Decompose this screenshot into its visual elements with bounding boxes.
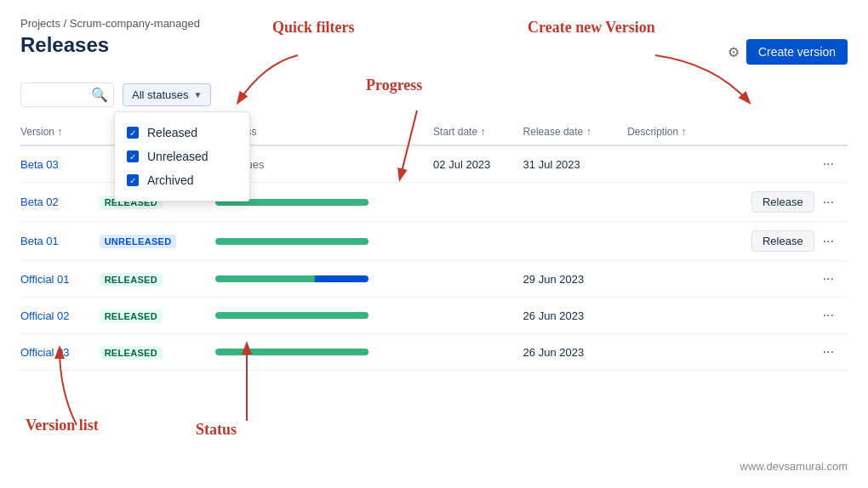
version-link[interactable]: Official 02	[20, 309, 70, 322]
progress-bar	[215, 349, 368, 355]
more-button[interactable]: ···	[819, 232, 837, 251]
release-button[interactable]: Release	[751, 191, 814, 213]
col-description[interactable]: Description ↑	[627, 119, 719, 145]
search-input[interactable]	[28, 88, 88, 101]
filter-dropdown-menu: Released Unreleased Archived	[114, 111, 250, 201]
start-date	[433, 183, 523, 222]
description	[627, 222, 719, 261]
released-checkbox[interactable]	[127, 127, 139, 139]
progress-bar	[215, 275, 368, 282]
actions-cell: Release···	[719, 191, 837, 213]
toolbar: 🔍 All statuses ▼ Released Unreleased Arc…	[20, 82, 848, 107]
release-date: 29 Jun 2023	[523, 261, 628, 298]
search-box[interactable]: 🔍	[20, 82, 114, 107]
actions-cell: ···	[719, 306, 837, 325]
filter-label: All statuses	[132, 88, 188, 101]
version-link[interactable]: Beta 03	[20, 158, 59, 171]
more-button[interactable]: ···	[819, 193, 837, 212]
more-button[interactable]: ···	[819, 343, 837, 361]
chevron-down-icon: ▼	[193, 90, 202, 99]
description	[627, 298, 719, 334]
col-actions	[719, 119, 848, 145]
release-date	[523, 222, 628, 261]
filter-released-label: Released	[147, 126, 197, 139]
version-link[interactable]: Beta 01	[20, 235, 59, 247]
filter-unreleased-label: Unreleased	[147, 150, 208, 163]
release-button[interactable]: Release	[751, 230, 814, 252]
actions-cell: ···	[719, 155, 837, 173]
description	[627, 334, 719, 371]
version-link[interactable]: Official 01	[20, 273, 70, 286]
release-date	[523, 183, 628, 222]
progress-bar	[215, 238, 368, 245]
table-row: Beta 01UNRELEASEDRelease···	[20, 222, 848, 261]
start-date	[433, 222, 523, 261]
breadcrumb-separator: /	[64, 17, 67, 30]
start-date	[433, 261, 523, 298]
breadcrumb-project[interactable]: Scrum-company-managed	[70, 17, 200, 30]
more-button[interactable]: ···	[819, 155, 837, 173]
filter-archived[interactable]: Archived	[127, 168, 237, 192]
status-badge: UNRELEASED	[100, 235, 177, 248]
start-date	[433, 298, 523, 334]
version-link[interactable]: Official 03	[20, 346, 70, 359]
settings-icon[interactable]: ⚙	[728, 44, 740, 60]
create-version-button[interactable]: Create version	[746, 39, 848, 65]
more-button[interactable]: ···	[819, 270, 837, 288]
annotation-version-list: Version list	[26, 417, 99, 434]
version-link[interactable]: Beta 02	[20, 196, 59, 208]
filter-unreleased[interactable]: Unreleased	[127, 145, 237, 168]
annotation-status: Status	[196, 421, 237, 439]
breadcrumb: Projects / Scrum-company-managed	[20, 17, 848, 30]
start-date: 02 Jul 2023	[433, 145, 523, 183]
watermark: www.devsamurai.com	[740, 460, 848, 473]
status-badge: RELEASED	[100, 273, 163, 287]
release-date: 31 Jul 2023	[523, 145, 628, 183]
more-button[interactable]: ···	[819, 306, 837, 325]
unreleased-checkbox[interactable]	[127, 150, 139, 162]
col-release-date[interactable]: Release date ↑	[523, 119, 628, 145]
description	[627, 261, 719, 298]
status-badge: RELEASED	[100, 346, 163, 360]
table-row: Official 02RELEASED26 Jun 2023···	[20, 298, 848, 334]
page-title: Releases	[20, 33, 109, 57]
release-date: 26 Jun 2023	[523, 334, 628, 371]
actions-cell: Release···	[719, 230, 837, 252]
description	[627, 183, 719, 222]
col-start-date[interactable]: Start date ↑	[433, 119, 523, 145]
filter-dropdown[interactable]: All statuses ▼	[123, 83, 211, 106]
progress-bar	[215, 312, 368, 319]
status-badge: RELEASED	[100, 309, 163, 323]
breadcrumb-projects[interactable]: Projects	[20, 17, 60, 30]
filter-archived-label: Archived	[147, 173, 193, 187]
search-icon: 🔍	[91, 87, 108, 103]
col-version[interactable]: Version ↑	[20, 119, 100, 145]
table-row: Official 01RELEASED29 Jun 2023···	[20, 261, 848, 298]
archived-checkbox[interactable]	[127, 174, 139, 186]
start-date	[433, 334, 523, 371]
actions-cell: ···	[719, 270, 837, 288]
filter-released[interactable]: Released	[127, 121, 237, 145]
release-date: 26 Jun 2023	[523, 298, 628, 334]
actions-cell: ···	[719, 343, 837, 361]
table-row: Official 03RELEASED26 Jun 2023···	[20, 334, 848, 371]
description	[627, 145, 719, 183]
